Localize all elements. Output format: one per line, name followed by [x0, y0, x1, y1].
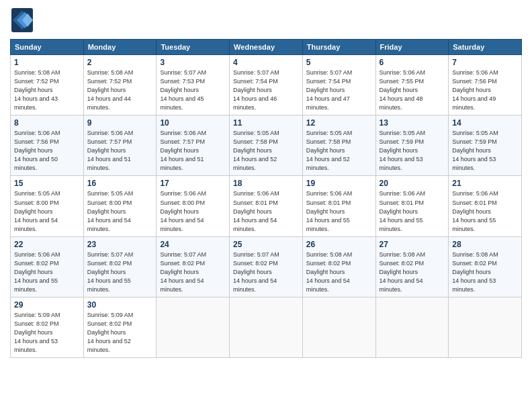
daylight-value: 14 hours and 46 minutes. — [233, 95, 277, 111]
header-row: Sunday Monday Tuesday Wednesday Thursday… — [11, 40, 522, 55]
sunrise-time: 5:05 AM — [330, 130, 352, 136]
col-tuesday: Tuesday — [157, 40, 230, 55]
sunrise-label: Sunrise: — [452, 251, 476, 258]
sunset-label: Sunset: — [452, 260, 474, 267]
daylight-value: 14 hours and 53 minutes. — [14, 338, 58, 353]
calendar-cell: 24 Sunrise: 5:07 AM Sunset: 8:02 PM Dayl… — [157, 236, 230, 297]
sunset-label: Sunset: — [14, 320, 36, 327]
sunrise-label: Sunrise: — [87, 130, 112, 136]
daylight-label: Daylight hours — [87, 269, 126, 275]
calendar-cell — [157, 297, 230, 357]
daylight-label: Daylight hours — [160, 269, 199, 275]
day-info: Sunrise: 5:05 AM Sunset: 7:58 PM Dayligh… — [233, 129, 299, 173]
sunrise-label: Sunrise: — [87, 69, 112, 76]
daylight-label: Daylight hours — [14, 329, 53, 336]
sunset-time: 7:52 PM — [109, 78, 132, 85]
day-number: 22 — [14, 240, 80, 249]
sunrise-label: Sunrise: — [160, 130, 184, 136]
daylight-value: 14 hours and 44 minutes. — [87, 95, 131, 111]
daylight-value: 14 hours and 54 minutes. — [233, 277, 277, 293]
sunrise-label: Sunrise: — [452, 69, 476, 76]
calendar-cell: 13 Sunrise: 5:05 AM Sunset: 7:59 PM Dayl… — [375, 116, 449, 176]
sunset-time: 8:00 PM — [109, 199, 132, 206]
sunset-time: 7:56 PM — [36, 138, 59, 145]
sunset-time: 7:53 PM — [182, 78, 205, 85]
sunset-time: 8:02 PM — [109, 320, 132, 327]
day-number: 1 — [14, 58, 80, 67]
week-row: 1 Sunrise: 5:08 AM Sunset: 7:52 PM Dayli… — [11, 55, 522, 116]
daylight-label: Daylight hours — [160, 147, 199, 154]
sunset-label: Sunset: — [306, 199, 328, 206]
sunset-label: Sunset: — [233, 199, 255, 206]
calendar-cell: 7 Sunrise: 5:06 AM Sunset: 7:56 PM Dayli… — [449, 55, 522, 116]
sunrise-time: 5:08 AM — [38, 69, 60, 76]
calendar-cell: 18 Sunrise: 5:06 AM Sunset: 8:01 PM Dayl… — [230, 176, 303, 236]
calendar-cell: 30 Sunrise: 5:09 AM Sunset: 8:02 PM Dayl… — [83, 297, 157, 357]
sunset-time: 7:58 PM — [255, 138, 278, 145]
sunrise-label: Sunrise: — [87, 190, 112, 197]
day-number: 12 — [306, 118, 372, 128]
calendar-cell: 8 Sunrise: 5:06 AM Sunset: 7:56 PM Dayli… — [11, 116, 84, 176]
sunrise-time: 5:06 AM — [111, 130, 133, 136]
week-row: 22 Sunrise: 5:06 AM Sunset: 8:02 PM Dayl… — [11, 236, 522, 297]
day-info: Sunrise: 5:07 AM Sunset: 7:54 PM Dayligh… — [306, 68, 372, 112]
day-number: 17 — [160, 179, 226, 188]
daylight-value: 14 hours and 43 minutes. — [14, 95, 58, 111]
calendar-cell: 16 Sunrise: 5:05 AM Sunset: 8:00 PM Dayl… — [83, 176, 157, 236]
sunrise-label: Sunrise: — [14, 190, 38, 197]
calendar-cell — [302, 297, 375, 357]
day-info: Sunrise: 5:08 AM Sunset: 8:02 PM Dayligh… — [380, 250, 445, 294]
daylight-value: 14 hours and 54 minutes. — [380, 277, 423, 293]
day-number: 27 — [380, 240, 445, 249]
daylight-label: Daylight hours — [452, 147, 491, 154]
daylight-value: 14 hours and 47 minutes. — [306, 95, 350, 111]
calendar-cell: 6 Sunrise: 5:06 AM Sunset: 7:55 PM Dayli… — [375, 55, 449, 116]
day-info: Sunrise: 5:07 AM Sunset: 8:02 PM Dayligh… — [160, 250, 226, 294]
sunrise-time: 5:07 AM — [257, 251, 279, 258]
daylight-label: Daylight hours — [233, 87, 272, 93]
week-row: 15 Sunrise: 5:05 AM Sunset: 8:00 PM Dayl… — [11, 176, 522, 236]
calendar-cell — [375, 297, 449, 357]
day-number: 28 — [452, 240, 518, 249]
sunrise-label: Sunrise: — [233, 69, 257, 76]
col-sunday: Sunday — [11, 40, 84, 55]
sunrise-time: 5:05 AM — [257, 130, 279, 136]
daylight-label: Daylight hours — [380, 147, 418, 154]
daylight-label: Daylight hours — [87, 87, 126, 93]
day-info: Sunrise: 5:08 AM Sunset: 7:52 PM Dayligh… — [87, 68, 153, 112]
header — [10, 7, 522, 34]
sunrise-label: Sunrise: — [160, 251, 184, 258]
daylight-label: Daylight hours — [306, 87, 345, 93]
daylight-label: Daylight hours — [87, 329, 126, 336]
sunset-label: Sunset: — [452, 78, 474, 85]
daylight-label: Daylight hours — [452, 87, 491, 93]
daylight-label: Daylight hours — [380, 269, 418, 275]
sunrise-label: Sunrise: — [306, 69, 330, 76]
sunset-time: 7:58 PM — [328, 138, 351, 145]
sunset-label: Sunset: — [160, 199, 182, 206]
calendar: Sunday Monday Tuesday Wednesday Thursday… — [10, 39, 522, 358]
sunrise-label: Sunrise: — [14, 69, 38, 76]
sunrise-time: 5:07 AM — [184, 251, 206, 258]
day-number: 14 — [452, 118, 518, 128]
daylight-label: Daylight hours — [14, 147, 53, 154]
week-row: 8 Sunrise: 5:06 AM Sunset: 7:56 PM Dayli… — [11, 116, 522, 176]
daylight-value: 14 hours and 53 minutes. — [452, 156, 496, 171]
day-number: 10 — [160, 118, 226, 128]
sunrise-time: 5:06 AM — [257, 190, 279, 197]
day-number: 19 — [306, 179, 372, 188]
day-info: Sunrise: 5:05 AM Sunset: 7:59 PM Dayligh… — [452, 129, 518, 173]
daylight-value: 14 hours and 54 minutes. — [160, 217, 204, 232]
day-number: 21 — [452, 179, 518, 188]
daylight-label: Daylight hours — [160, 87, 199, 93]
day-info: Sunrise: 5:07 AM Sunset: 8:02 PM Dayligh… — [233, 250, 299, 294]
day-info: Sunrise: 5:08 AM Sunset: 8:02 PM Dayligh… — [452, 250, 518, 294]
sunset-time: 7:54 PM — [328, 78, 351, 85]
sunrise-label: Sunrise: — [14, 251, 38, 258]
sunrise-time: 5:05 AM — [403, 130, 425, 136]
sunrise-time: 5:08 AM — [111, 69, 133, 76]
sunset-label: Sunset: — [14, 260, 36, 267]
sunset-time: 8:00 PM — [36, 199, 59, 206]
sunrise-label: Sunrise: — [14, 130, 38, 136]
calendar-cell: 12 Sunrise: 5:05 AM Sunset: 7:58 PM Dayl… — [302, 116, 375, 176]
